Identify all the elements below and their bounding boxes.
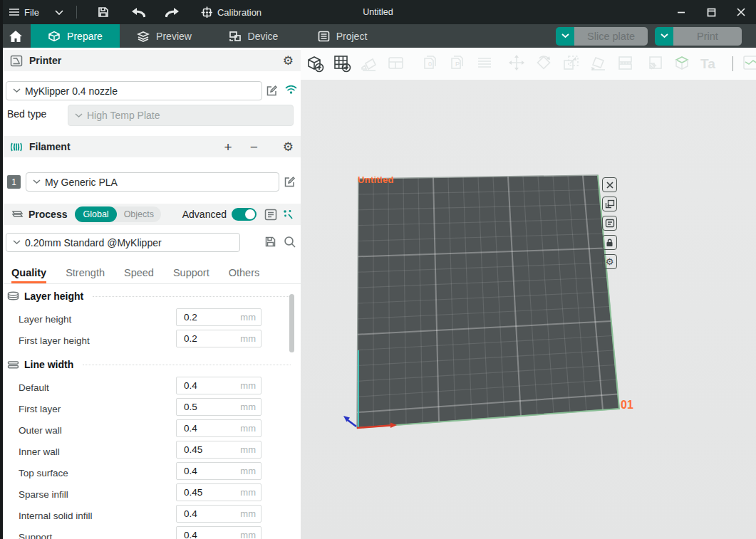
auto-orient-button[interactable] — [359, 53, 379, 73]
text-tool-glyph: Ta — [700, 56, 715, 71]
tab-speed[interactable]: Speed — [124, 267, 154, 283]
objects-list-icon[interactable] — [264, 209, 277, 221]
close-button[interactable] — [726, 0, 756, 24]
tab-support[interactable]: Support — [173, 267, 209, 283]
tab-others[interactable]: Others — [229, 267, 260, 283]
tab-strength[interactable]: Strength — [66, 267, 105, 283]
param-input[interactable]: 0.5mm — [176, 398, 262, 416]
file-menu-button[interactable]: File — [9, 7, 39, 18]
home-button[interactable] — [0, 24, 31, 48]
tab-device[interactable]: Device — [209, 24, 298, 48]
move-button[interactable] — [507, 53, 527, 73]
param-input[interactable]: 0.45mm — [176, 483, 262, 501]
lay-on-face-button[interactable] — [589, 53, 609, 73]
viewport-toolbar: 0 P Ta — [301, 48, 756, 80]
restore-button[interactable] — [696, 0, 726, 24]
filament-slot-badge[interactable]: 1 — [7, 175, 21, 189]
add-plate-button[interactable] — [332, 53, 352, 73]
tab-prepare-label: Prepare — [67, 31, 103, 42]
search-preset-icon[interactable] — [284, 236, 296, 248]
variable-layer-height-button[interactable] — [475, 53, 494, 73]
print-dropdown[interactable] — [655, 27, 673, 46]
rename-plate-button[interactable] — [602, 216, 617, 231]
add-filament-button[interactable]: + — [224, 140, 232, 154]
scope-global[interactable]: Global — [75, 206, 116, 222]
tab-preview[interactable]: Preview — [120, 24, 209, 48]
param-input[interactable]: 0.2mm — [176, 308, 262, 326]
undo-button[interactable] — [131, 7, 145, 18]
param-input[interactable]: 0.2mm — [176, 330, 262, 347]
calibration-button[interactable]: Calibration — [201, 6, 262, 19]
edit-filament-icon[interactable] — [284, 176, 296, 188]
file-menu-chevron[interactable] — [55, 10, 63, 15]
tab-project[interactable]: Project — [298, 24, 387, 48]
hamburger-icon — [9, 8, 20, 16]
slicer-window: File Calibration Untitled — [0, 0, 756, 539]
viewport-3d[interactable]: Untitled 01 ⚙ — [301, 80, 756, 539]
lock-plate-button[interactable] — [602, 235, 617, 250]
arrange-button[interactable] — [386, 53, 406, 73]
param-label: First layer height — [19, 335, 90, 346]
edit-printer-icon[interactable] — [266, 85, 278, 97]
file-menu-label: File — [24, 7, 39, 18]
calibration-icon — [201, 6, 213, 19]
search-params-icon[interactable] — [282, 209, 294, 221]
params-scrollbar[interactable] — [289, 294, 294, 352]
printer-connection-icon[interactable] — [284, 84, 298, 95]
mesh-boolean-button[interactable] — [646, 53, 666, 73]
param-input[interactable]: 0.4mm — [176, 505, 262, 523]
param-input[interactable]: 0.45mm — [176, 441, 262, 459]
device-icon — [229, 31, 242, 42]
bed-type-select[interactable]: High Temp Plate — [68, 105, 294, 126]
param-input[interactable]: 0.4mm — [176, 526, 262, 539]
slice-plate-split-button: Slice plate — [556, 27, 648, 46]
scope-objects[interactable]: Objects — [117, 209, 161, 219]
redo-button[interactable] — [165, 7, 180, 18]
bed-type-value: High Temp Plate — [87, 110, 160, 121]
process-preset-select[interactable]: 0.20mm Standard @MyKlipper — [6, 233, 240, 252]
printer-settings-icon[interactable]: ⚙ — [283, 55, 294, 67]
plate-settings-button[interactable]: ⚙ — [602, 254, 617, 269]
scale-button[interactable] — [561, 53, 581, 73]
layer-height-icon — [7, 291, 19, 301]
screen-edge-strip — [0, 0, 3, 539]
minimize-button[interactable] — [666, 0, 696, 24]
arrange-plate-button[interactable] — [602, 197, 617, 211]
process-icon — [10, 209, 24, 220]
add-object-button[interactable] — [305, 53, 325, 73]
assembly-view-button[interactable] — [741, 53, 756, 73]
main-nav: Prepare Preview Device Project Slice pla… — [0, 24, 756, 48]
save-button[interactable] — [97, 6, 110, 19]
filament-preset-select[interactable]: My Generic PLA — [26, 172, 279, 192]
advanced-toggle[interactable] — [232, 208, 257, 221]
text-tool-button[interactable]: Ta — [698, 53, 718, 73]
filament-settings-icon[interactable]: ⚙ — [283, 141, 294, 153]
assembly-button[interactable] — [673, 53, 693, 73]
bed-type-label: Bed type — [7, 108, 46, 120]
split-to-parts-button[interactable]: P — [447, 53, 467, 73]
delete-plate-button[interactable] — [602, 177, 617, 192]
print-button[interactable]: Print — [673, 27, 742, 46]
param-input[interactable]: 0.4mm — [176, 462, 262, 480]
printer-preset-select[interactable]: MyKlipper 0.4 nozzle — [6, 81, 262, 100]
printer-preset-value: MyKlipper 0.4 nozzle — [25, 85, 118, 97]
save-preset-icon[interactable] — [264, 236, 276, 248]
split-to-objects-button[interactable]: 0 — [420, 53, 440, 73]
printer-section-header: Printer ⚙ — [3, 50, 301, 71]
param-label: Internal solid infill — [19, 511, 93, 521]
tab-prepare[interactable]: Prepare — [31, 24, 120, 48]
param-label: Sparse infill — [19, 489, 68, 500]
param-input[interactable]: 0.4mm — [176, 419, 262, 437]
project-icon — [318, 31, 330, 42]
slice-plate-button[interactable]: Slice plate — [574, 27, 648, 46]
build-plate[interactable] — [301, 80, 756, 539]
process-scope-toggle[interactable]: Global Objects — [75, 206, 161, 222]
slice-plate-dropdown[interactable] — [556, 27, 574, 46]
plate-name-label[interactable]: Untitled — [358, 174, 394, 185]
group-line-width: Line width — [7, 357, 291, 372]
tab-quality[interactable]: Quality — [11, 267, 46, 283]
cut-button[interactable] — [616, 53, 636, 73]
rotate-button[interactable] — [534, 53, 554, 73]
remove-filament-button[interactable]: − — [250, 140, 258, 154]
param-input[interactable]: 0.4mm — [176, 377, 262, 394]
